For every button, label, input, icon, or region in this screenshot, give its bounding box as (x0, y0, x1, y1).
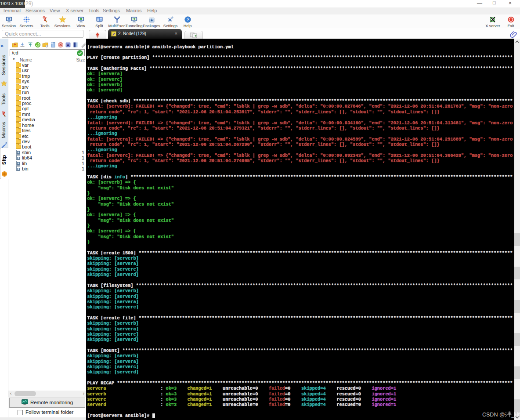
svg-text:?: ? (186, 17, 189, 22)
svg-text:A: A (67, 43, 70, 47)
